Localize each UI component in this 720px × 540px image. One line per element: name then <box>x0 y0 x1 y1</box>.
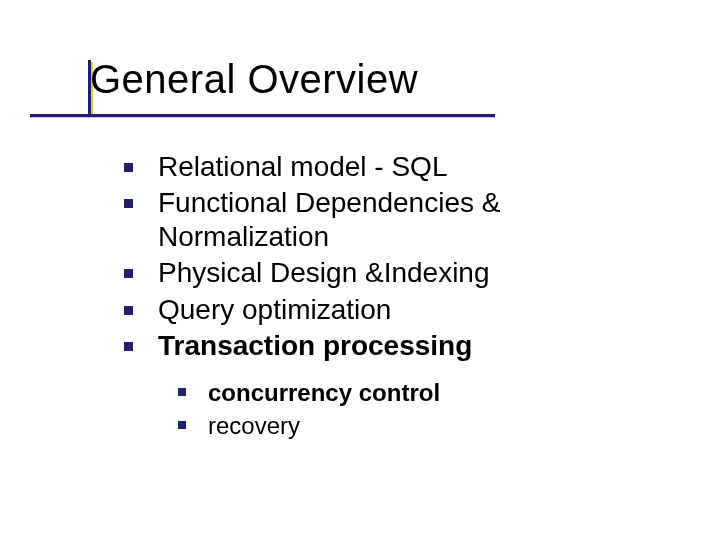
bullet-list-level2: concurrency control recovery <box>118 377 638 441</box>
list-item: Physical Design &Indexing <box>118 256 638 290</box>
bullet-list-level1: Relational model - SQL Functional Depend… <box>118 150 638 363</box>
list-item-text: concurrency control <box>208 379 440 406</box>
slide-body: Relational model - SQL Functional Depend… <box>118 150 638 443</box>
list-item-text: recovery <box>208 412 300 439</box>
slide-title: General Overview <box>90 58 418 100</box>
list-item: Transaction processing <box>118 329 638 363</box>
list-item: Query optimization <box>118 293 638 327</box>
list-item-text: Functional Dependencies & Normalization <box>158 187 500 252</box>
title-underline <box>30 114 495 118</box>
list-item: concurrency control <box>174 377 638 408</box>
list-item-text: Relational model - SQL <box>158 151 447 182</box>
list-item: recovery <box>174 410 638 441</box>
list-item-text: Physical Design &Indexing <box>158 257 490 288</box>
list-item-text: Query optimization <box>158 294 391 325</box>
list-item: Relational model - SQL <box>118 150 638 184</box>
list-item-text: Transaction processing <box>158 330 472 361</box>
list-item: Functional Dependencies & Normalization <box>118 186 638 254</box>
slide: General Overview Relational model - SQL … <box>0 0 720 540</box>
title-container: General Overview <box>90 58 418 100</box>
